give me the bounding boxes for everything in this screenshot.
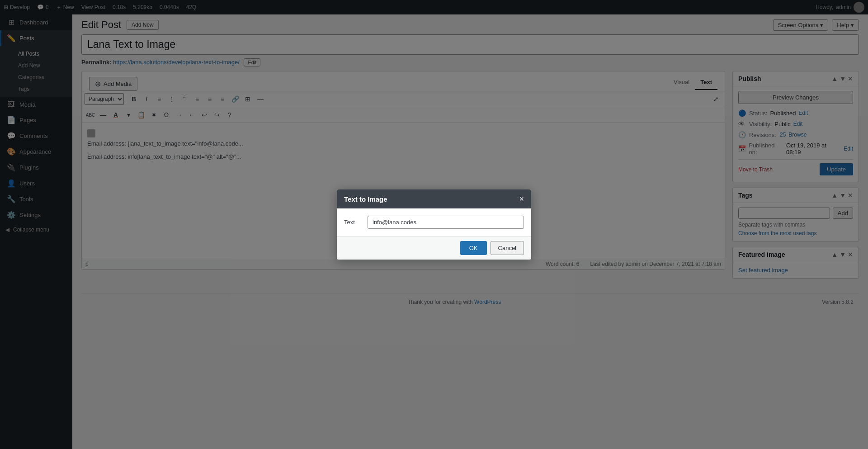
modal-ok-button[interactable]: OK — [460, 241, 487, 255]
modal-close-button[interactable]: × — [519, 195, 524, 203]
modal-field-row: Text — [344, 216, 524, 229]
modal-overlay[interactable]: Text to Image × Text OK Cancel — [0, 0, 868, 449]
modal-text-input[interactable] — [368, 216, 524, 229]
modal-field-label: Text — [344, 219, 362, 226]
modal-header: Text to Image × — [337, 189, 531, 208]
modal-body: Text — [337, 208, 531, 236]
modal-title: Text to Image — [344, 195, 387, 203]
modal-footer: OK Cancel — [337, 236, 531, 260]
modal-dialog: Text to Image × Text OK Cancel — [337, 189, 531, 260]
modal-cancel-button[interactable]: Cancel — [491, 241, 524, 255]
